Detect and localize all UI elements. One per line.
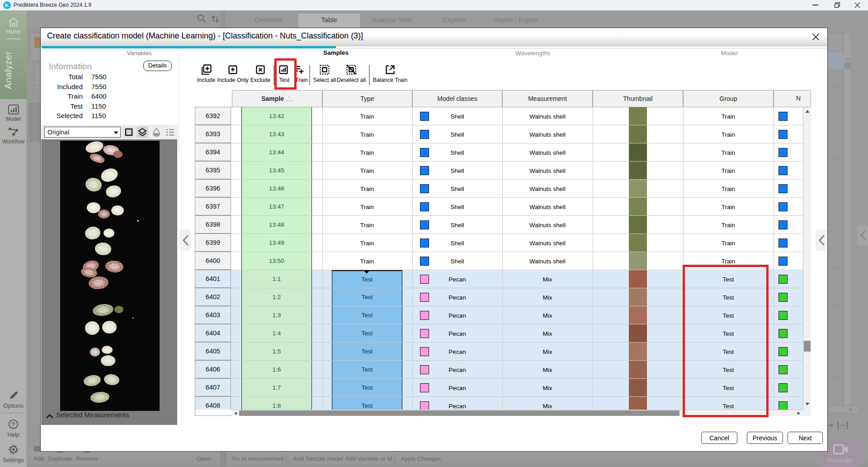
svg-text:?: ? (12, 421, 15, 428)
